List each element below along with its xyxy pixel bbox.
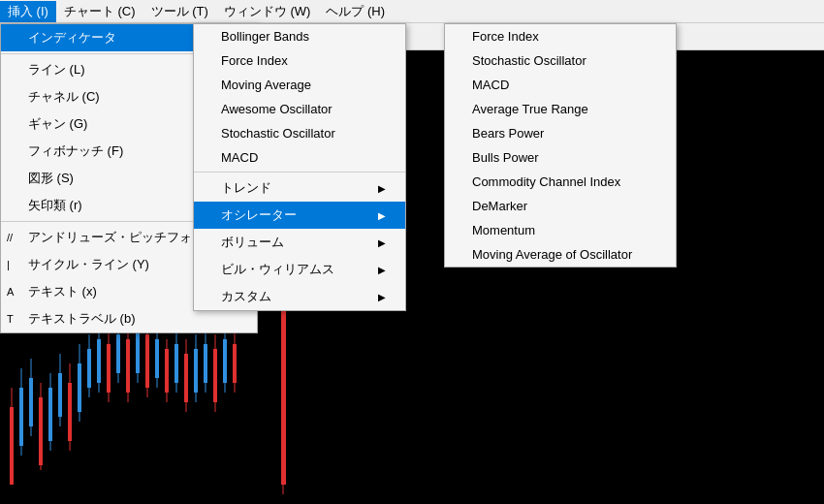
menu-l2-sep1 bbox=[194, 172, 405, 173]
menu-l2-oscillator-label: オシレーター bbox=[221, 206, 297, 224]
menu-l2-volume[interactable]: ボリューム ▶ bbox=[194, 229, 405, 256]
menu-l2-custom-arrow: ▶ bbox=[378, 292, 386, 302]
andrews-icon: // bbox=[7, 232, 13, 243]
menu-l3-demarker-label: DeMarker bbox=[472, 199, 527, 213]
textlabel-icon: T bbox=[7, 313, 14, 325]
menu-l2-bollinger-label: Bollinger Bands bbox=[221, 29, 309, 44]
menu-l3: Force Index Stochastic Oscillator MACD A… bbox=[444, 23, 677, 268]
menu-l2-forceindex-label: Force Index bbox=[221, 53, 288, 68]
menu-l2-custom-label: カスタム bbox=[221, 288, 271, 305]
menu-l2-movingaverage-label: Moving Average bbox=[221, 78, 311, 92]
menu-l1-line-label: ライン (L) bbox=[28, 61, 85, 79]
menu-l1-indicator-label: インディケータ bbox=[28, 29, 116, 47]
menu-l3-mao-label: Moving Average of Oscillator bbox=[472, 247, 632, 262]
menu-l2-trend-label: トレンド bbox=[221, 179, 271, 197]
menu-l3-macd[interactable]: MACD bbox=[445, 73, 676, 97]
cycle-icon: | bbox=[7, 259, 10, 270]
menu-l1-text-label: テキスト (x) bbox=[28, 283, 97, 300]
text-icon: A bbox=[7, 286, 14, 298]
menu-l2-stochastic-label: Stochastic Oscillator bbox=[221, 126, 335, 141]
menu-l2-volume-arrow: ▶ bbox=[378, 237, 386, 248]
menu-l1-arrow-label: 矢印類 (r) bbox=[28, 197, 82, 214]
menu-l2-movingaverage[interactable]: Moving Average bbox=[194, 73, 405, 97]
menu-l2-awesome[interactable]: Awesome Oscillator bbox=[194, 97, 405, 121]
menu-l2-oscillator-arrow: ▶ bbox=[378, 210, 386, 221]
menu-l3-macd-label: MACD bbox=[472, 78, 509, 92]
menu-l3-bullspower[interactable]: Bulls Power bbox=[445, 145, 676, 170]
menu-l2-stochastic[interactable]: Stochastic Oscillator bbox=[194, 121, 405, 145]
menu-l1-gann-label: ギャン (G) bbox=[28, 115, 87, 133]
menu-l1-cycle-label: サイクル・ライン (Y) bbox=[28, 256, 149, 273]
menu-l3-cci[interactable]: Commodity Channel Index bbox=[445, 170, 676, 194]
menu-l2-oscillator[interactable]: オシレーター ▶ bbox=[194, 202, 405, 229]
menu-l3-momentum-label: Momentum bbox=[472, 223, 535, 237]
menu-l3-mao[interactable]: Moving Average of Oscillator bbox=[445, 242, 676, 267]
menu-l3-momentum[interactable]: Momentum bbox=[445, 218, 676, 242]
menu-l2-macd[interactable]: MACD bbox=[194, 145, 405, 170]
menu-l3-bearspower-label: Bears Power bbox=[472, 126, 544, 141]
menu-l2-bollinger[interactable]: Bollinger Bands bbox=[194, 24, 405, 48]
dropdown-overlay: インディケータ ▶ ライン (L) ▶ チャネル (C) ▶ ギャン (G) ▶… bbox=[0, 0, 824, 504]
menu-l2-forceindex[interactable]: Force Index bbox=[194, 48, 405, 73]
menu-l3-atr-label: Average True Range bbox=[472, 102, 588, 116]
menu-l3-bullspower-label: Bulls Power bbox=[472, 150, 539, 165]
menu-l2-billwilliams[interactable]: ビル・ウィリアムス ▶ bbox=[194, 256, 405, 283]
menu-l3-forceindex-label: Force Index bbox=[472, 29, 539, 44]
menu-l2-billwilliams-label: ビル・ウィリアムス bbox=[221, 261, 334, 278]
menu-l3-bearspower[interactable]: Bears Power bbox=[445, 121, 676, 145]
menu-l3-stochastic[interactable]: Stochastic Oscillator bbox=[445, 48, 676, 73]
menu-l3-cci-label: Commodity Channel Index bbox=[472, 174, 620, 189]
menu-l2-awesome-label: Awesome Oscillator bbox=[221, 102, 333, 116]
menu-l3-forceindex[interactable]: Force Index bbox=[445, 24, 676, 48]
menu-l2-trend-arrow: ▶ bbox=[378, 183, 386, 194]
menu-l2-billwilliams-arrow: ▶ bbox=[378, 265, 386, 275]
menu-l2-volume-label: ボリューム bbox=[221, 234, 284, 251]
menu-l2-custom[interactable]: カスタム ▶ bbox=[194, 283, 405, 310]
menu-l1-textlabel-label: テキストラベル (b) bbox=[28, 310, 136, 328]
menu-l2-trend[interactable]: トレンド ▶ bbox=[194, 174, 405, 202]
menu-l1-shape-label: 図形 (S) bbox=[28, 170, 74, 187]
menu-l3-stochastic-label: Stochastic Oscillator bbox=[472, 53, 586, 68]
menu-l3-demarker[interactable]: DeMarker bbox=[445, 194, 676, 218]
menu-l2: Bollinger Bands Force Index Moving Avera… bbox=[193, 23, 406, 311]
menu-l2-macd-label: MACD bbox=[221, 150, 258, 165]
menu-l1-fibonacci-label: フィボナッチ (F) bbox=[28, 142, 123, 160]
menu-l1-channel-label: チャネル (C) bbox=[28, 88, 100, 106]
menu-l3-atr[interactable]: Average True Range bbox=[445, 97, 676, 121]
